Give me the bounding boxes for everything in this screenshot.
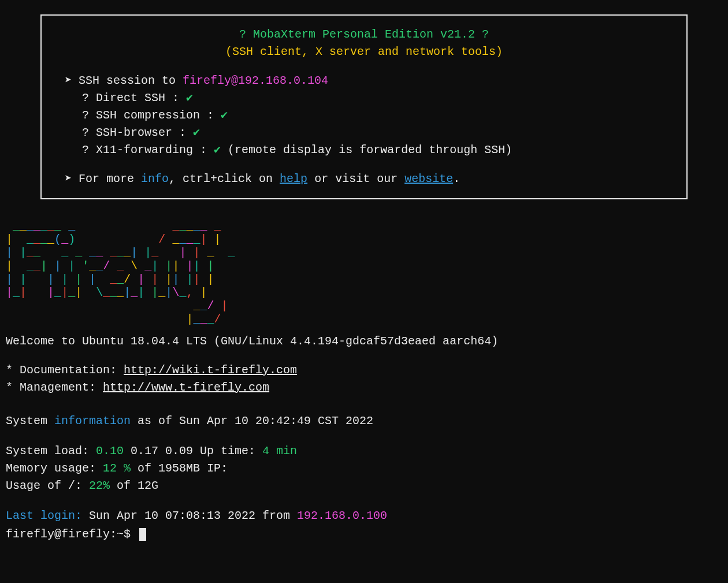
session-direct-ssh: ? Direct SSH : ✔ bbox=[82, 90, 669, 107]
documentation-link[interactable]: http://wiki.t-firefly.com bbox=[124, 363, 297, 377]
last-login-label: Last login: bbox=[6, 509, 82, 522]
system-load-line: System load: 0.10 0.17 0.09 Up time: 4 m… bbox=[6, 443, 722, 460]
ssh-prefix: ➤ SSH session to bbox=[65, 74, 183, 87]
ssh-target: firefly@192.168.0.104 bbox=[183, 74, 328, 87]
system-info-header: System information as of Sun Apr 10 20:4… bbox=[6, 413, 722, 430]
session-ssh-browser: ? SSH-browser : ✔ bbox=[82, 124, 669, 142]
load-value: 0.10 bbox=[96, 444, 124, 458]
management-link[interactable]: http://www.t-firefly.com bbox=[103, 381, 269, 394]
mobaxterm-banner: ? MobaXterm Personal Edition v21.2 ? (SS… bbox=[40, 14, 688, 199]
prompt-text: firefly@firefly:~$ bbox=[6, 528, 138, 541]
uptime-value: 4 min bbox=[262, 444, 297, 458]
website-link[interactable]: website bbox=[404, 172, 453, 185]
memory-value: 12 % bbox=[103, 462, 131, 475]
info-word: info bbox=[141, 172, 169, 185]
memory-usage-line: Memory usage: 12 % of 1958MB IP: bbox=[6, 460, 722, 477]
banner-subtitle: (SSH client, X server and network tools) bbox=[59, 43, 669, 61]
check-icon: ✔ bbox=[221, 109, 228, 122]
session-ssh-compression: ? SSH compression : ✔ bbox=[82, 107, 669, 124]
cursor-icon bbox=[139, 528, 146, 541]
last-login-ip: 192.168.0.100 bbox=[297, 509, 387, 522]
information-word: information bbox=[54, 414, 131, 428]
session-x11-forwarding: ? X11-forwarding : ✔ (remote display is … bbox=[82, 142, 669, 159]
firefly-ascii-art: _______ _ _____ _ | ____(_) / ____| | | … bbox=[6, 220, 722, 326]
usage-value: 22% bbox=[89, 479, 110, 492]
documentation-line: * Documentation: http://wiki.t-firefly.c… bbox=[6, 362, 722, 379]
welcome-line: Welcome to Ubuntu 18.04.4 LTS (GNU/Linux… bbox=[6, 333, 722, 350]
help-link[interactable]: help bbox=[280, 172, 307, 185]
shell-prompt[interactable]: firefly@firefly:~$ bbox=[6, 526, 722, 543]
ssh-session-line: ➤ SSH session to firefly@192.168.0.104 bbox=[65, 72, 669, 90]
check-icon: ✔ bbox=[193, 126, 200, 139]
more-info-line: ➤ For more info, ctrl+click on help or v… bbox=[65, 170, 669, 188]
disk-usage-line: Usage of /: 22% of 12G bbox=[6, 477, 722, 495]
banner-title: ? MobaXterm Personal Edition v21.2 ? bbox=[59, 26, 669, 43]
management-line: * Management: http://www.t-firefly.com bbox=[6, 379, 722, 396]
check-icon: ✔ bbox=[186, 91, 193, 105]
last-login-line: Last login: Sun Apr 10 07:08:13 2022 fro… bbox=[6, 507, 722, 525]
check-icon: ✔ bbox=[214, 143, 221, 157]
